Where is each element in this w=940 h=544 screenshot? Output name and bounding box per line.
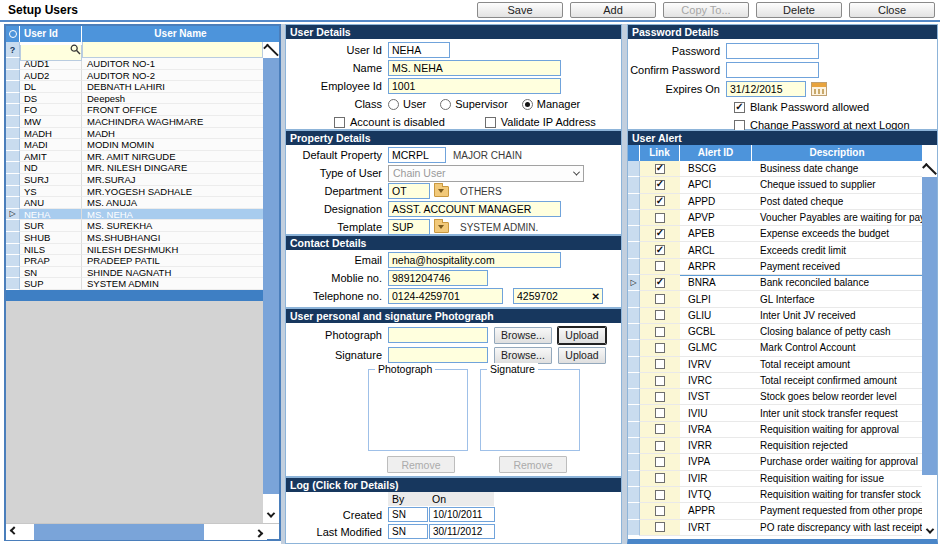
scroll-left-icon[interactable] [6,524,22,540]
alert-row[interactable]: BNRA Bank reconciled balance [628,275,922,291]
user-list-row[interactable]: MW MACHINDRA WAGHMARE [6,116,263,128]
alert-row[interactable]: IVIU Inter unit stock transfer request [628,405,922,421]
user-name-filter-input[interactable] [82,42,263,58]
alert-row[interactable]: IVRV Total receipt amount [628,357,922,373]
alert-row[interactable]: IVPA Purchase order waiting for approval [628,454,922,470]
email-input[interactable] [388,252,561,268]
telephone-input-2[interactable] [513,288,603,304]
toolbar-button[interactable]: Add [570,2,656,18]
toolbar-button[interactable]: Copy To... [663,2,749,18]
user-list-vertical-scrollbar[interactable] [263,42,279,523]
clear-icon[interactable]: ✕ [592,291,600,302]
alert-row[interactable]: IVIR Requisition waiting for issue [628,471,922,487]
link-checkbox[interactable] [655,196,665,206]
scroll-right-icon[interactable] [251,524,267,540]
user-list-row[interactable]: NILS NILESH DESHMUKH [6,244,263,256]
alert-description-column-header[interactable]: Description [752,145,922,161]
horizontal-scroll-track[interactable] [22,524,251,540]
type-of-user-dropdown[interactable]: Chain User [388,165,584,182]
alert-row[interactable]: ARCL Exceeds credit limit [628,242,922,258]
mobile-input[interactable] [388,270,488,286]
alert-row[interactable]: APCI Cheque issued to supplier [628,177,922,193]
photograph-upload-button[interactable]: Upload [558,327,606,344]
link-checkbox[interactable] [655,213,665,223]
alert-row[interactable]: IVRC Total receipt confirmed amount [628,373,922,389]
signature-browse-button[interactable]: Browse... [494,347,552,364]
scroll-up-icon[interactable] [263,42,279,58]
user-list-row[interactable]: AMIT MR. AMIT NIRGUDE [6,151,263,163]
scroll-down-icon[interactable] [922,523,937,539]
link-checkbox[interactable] [655,245,665,255]
user-list-row[interactable]: SHUB MS.SHUBHANGI [6,232,263,244]
link-checkbox[interactable] [655,473,665,483]
password-input[interactable] [726,43,819,59]
alert-id-column-header[interactable]: Alert ID [680,145,752,161]
department-input[interactable] [388,183,430,199]
alert-link-column-header[interactable]: Link [640,145,680,161]
alert-row[interactable]: GLMC Mark Control Account [628,340,922,356]
toolbar-button[interactable]: Delete [756,2,842,18]
alert-row[interactable]: APPD Post dated cheque [628,194,922,210]
photograph-browse-button[interactable]: Browse... [494,327,552,344]
alert-row[interactable]: IVTQ Requisition waiting for transfer st… [628,487,922,503]
link-checkbox[interactable] [655,506,665,516]
alert-row[interactable]: GCBL Closing balance of petty cash [628,324,922,340]
alert-row[interactable]: APPR Payment requested from other proper… [628,503,922,519]
link-checkbox[interactable] [655,441,665,451]
alert-row[interactable]: IVST Stock goes below reorder level [628,389,922,405]
alert-row[interactable]: BSCG Business date change [628,161,922,177]
photograph-path-input[interactable] [388,327,488,343]
link-checkbox[interactable] [655,164,665,174]
user-list-row[interactable]: MADI MODIN MOMIN [6,139,263,151]
signature-remove-button[interactable]: Remove [499,456,567,473]
user-list-row[interactable]: ANU MS. ANUJA [6,197,263,209]
user-list-row[interactable]: SN SHINDE NAGNATH [6,267,263,279]
alert-row[interactable]: ARPR Payment received [628,259,922,275]
alert-row[interactable]: IVRR Requisition rejected [628,438,922,454]
scroll-up-icon[interactable] [922,161,937,177]
link-checkbox[interactable] [655,261,665,271]
link-checkbox[interactable] [655,408,665,418]
alert-row[interactable]: APEB Expense exceeds the budget [628,226,922,242]
alert-vertical-scrollbar[interactable] [922,161,937,539]
name-input[interactable] [388,60,561,76]
link-checkbox[interactable] [655,229,665,239]
user-list-row[interactable]: MADH MADH [6,128,263,140]
designation-input[interactable] [388,201,561,217]
scroll-down-icon[interactable] [263,507,279,523]
user-list-horizontal-scrollbar[interactable] [6,523,279,539]
alert-row[interactable]: IVRT PO rate discrepancy with last recei… [628,520,922,536]
expires-on-input[interactable] [726,81,806,97]
column-header-user-id[interactable]: User Id [20,26,82,42]
user-list-row[interactable]: DL DEBNATH LAHIRI [6,81,263,93]
user-list-row[interactable]: AUD2 AUDITOR NO-2 [6,70,263,82]
grid-corner-icon[interactable] [6,26,20,42]
user-list-row[interactable]: SUR MS. SUREKHA [6,220,263,232]
user-list-row[interactable]: PRAP PRADEEP PATIL [6,255,263,267]
alert-row[interactable]: IVRA Requisition waiting for approval [628,422,922,438]
account-flag-checkbox[interactable]: Validate IP Address [485,116,596,128]
column-header-user-name[interactable]: User Name [82,26,279,42]
class-radio-option[interactable]: Supervisor [440,98,508,110]
link-checkbox[interactable] [655,424,665,434]
link-checkbox[interactable] [655,310,665,320]
horizontal-scrollbar-thumb[interactable] [34,524,204,540]
link-checkbox[interactable] [655,294,665,304]
class-radio-option[interactable]: Manager [522,98,580,110]
user-list-row[interactable]: FO FRONT OFFICE [6,104,263,116]
toolbar-button[interactable]: Save [477,2,563,18]
calendar-icon[interactable] [811,82,827,96]
link-checkbox[interactable] [655,278,665,288]
vertical-scrollbar-thumb[interactable] [263,58,279,494]
user-list-row[interactable]: SURJ MR.SURAJ [6,174,263,186]
alert-row[interactable]: APVP Voucher Payables are waiting for pa… [628,210,922,226]
vertical-scrollbar-thumb[interactable] [922,177,937,475]
signature-path-input[interactable] [388,347,488,363]
link-checkbox[interactable] [655,376,665,386]
password-flag-checkbox[interactable]: Blank Password allowed [734,101,869,113]
alert-row[interactable]: GLPI GL Interface [628,291,922,307]
link-checkbox[interactable] [655,343,665,353]
signature-upload-button[interactable]: Upload [558,347,606,364]
template-input[interactable] [388,219,430,235]
class-radio-option[interactable]: User [388,98,426,110]
